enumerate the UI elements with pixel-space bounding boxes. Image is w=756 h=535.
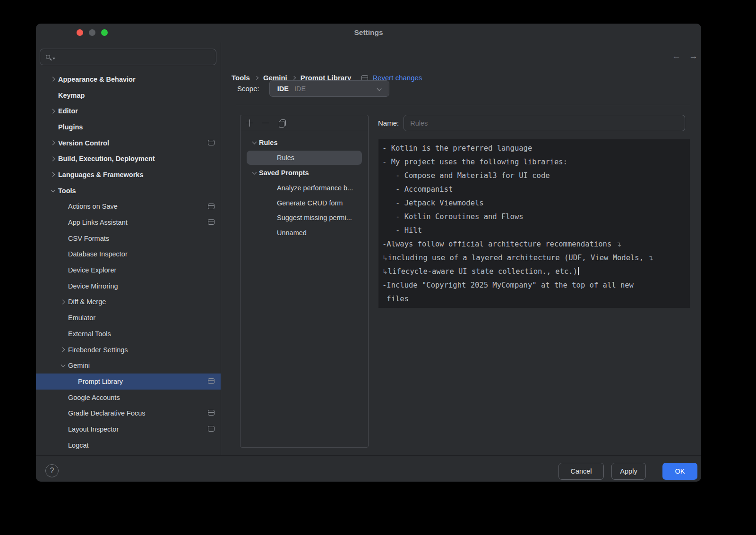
- sidebar-item-label: Google Accounts: [68, 394, 120, 401]
- soft-wrap-end-icon: ↴: [616, 240, 622, 248]
- sidebar-item-gemini[interactable]: Gemini: [36, 357, 221, 374]
- sidebar-item-languages-frameworks[interactable]: Languages & Frameworks: [36, 167, 221, 183]
- window-icon: [208, 140, 215, 145]
- sidebar-item-label: Gradle Declarative Focus: [68, 409, 146, 417]
- chevron-right-icon[interactable]: [50, 172, 55, 177]
- prompt-tree-group-rules[interactable]: Rules: [241, 135, 368, 150]
- prompt-tree-item-suggest-missing-permi[interactable]: Suggest missing permi...: [241, 210, 368, 225]
- sidebar-item-label: Editor: [58, 107, 78, 115]
- sidebar-item-app-links-assistant[interactable]: App Links Assistant: [36, 214, 221, 230]
- chevron-right-icon[interactable]: [60, 300, 65, 305]
- sidebar-item-external-tools[interactable]: External Tools: [36, 326, 221, 342]
- sidebar-item-logcat[interactable]: Logcat: [36, 437, 221, 453]
- chevron-right-icon[interactable]: [50, 77, 55, 82]
- back-arrow[interactable]: ←: [672, 51, 681, 61]
- sidebar-item-label: Logcat: [68, 442, 89, 449]
- scope-row: Scope: IDE IDE: [237, 80, 389, 97]
- sidebar-item-device-mirroring[interactable]: Device Mirroring: [36, 278, 221, 294]
- screen-background: Settings Appearance & BehaviorKeymapEdit…: [0, 0, 756, 535]
- cancel-button[interactable]: Cancel: [558, 463, 604, 480]
- sidebar-item-label: External Tools: [68, 330, 111, 338]
- sidebar-item-plugins[interactable]: Plugins: [36, 119, 221, 135]
- window-icon: [208, 426, 215, 432]
- prompt-tree-item-rules[interactable]: Rules: [241, 150, 368, 165]
- window-icon: [208, 410, 215, 416]
- chevron-down-icon[interactable]: [252, 170, 257, 174]
- sidebar-item-actions-on-save[interactable]: Actions on Save: [36, 199, 221, 215]
- sidebar-item-label: Plugins: [58, 123, 83, 131]
- sidebar-item-label: Firebender Settings: [68, 346, 128, 354]
- sidebar-item-keymap[interactable]: Keymap: [36, 87, 221, 103]
- editor-line-text: - Kotlin is the preferred language: [382, 144, 532, 153]
- sidebar-item-editor[interactable]: Editor: [36, 103, 221, 119]
- breadcrumb-separator-icon: [292, 76, 296, 79]
- name-input[interactable]: Rules: [404, 115, 685, 131]
- sidebar-item-csv-formats[interactable]: CSV Formats: [36, 230, 221, 246]
- sidebar-item-label: Languages & Frameworks: [58, 171, 144, 178]
- chevron-right-icon[interactable]: [50, 156, 55, 161]
- window-icon: [208, 378, 215, 384]
- ok-button[interactable]: OK: [662, 463, 697, 480]
- sidebar-item-google-accounts[interactable]: Google Accounts: [36, 390, 221, 406]
- search-options-caret-icon: [52, 58, 55, 59]
- sidebar-item-gradle-declarative-focus[interactable]: Gradle Declarative Focus: [36, 405, 221, 421]
- apply-button[interactable]: Apply: [611, 463, 646, 480]
- editor-line: -Include "Copyright 2025 MyCompany" at t…: [382, 279, 686, 292]
- sidebar-item-version-control[interactable]: Version Control: [36, 135, 221, 151]
- editor-line: -Always follow official architecture rec…: [382, 238, 686, 251]
- prompt-tree-item-generate-crud-form[interactable]: Generate CRUD form: [241, 195, 368, 211]
- chevron-down-icon[interactable]: [60, 363, 65, 367]
- editor-line: - Accompanist: [382, 183, 686, 196]
- breadcrumb-separator-icon: [255, 76, 258, 79]
- search-input[interactable]: [40, 49, 216, 65]
- prompt-tree-item-unnamed[interactable]: Unnamed: [241, 225, 368, 240]
- sidebar-item-diff-merge[interactable]: Diff & Merge: [36, 294, 221, 310]
- editor-line-text: - Kotlin Coroutines and Flows: [382, 212, 524, 221]
- duplicate-prompt-button[interactable]: [278, 119, 286, 127]
- sidebar-item-firebender-settings[interactable]: Firebender Settings: [36, 342, 221, 358]
- sidebar-nav: Appearance & BehaviorKeymapEditorPlugins…: [36, 71, 221, 453]
- sidebar-item-tools[interactable]: Tools: [36, 183, 221, 199]
- editor-line: - Compose and Material3 for UI code: [382, 169, 686, 183]
- sidebar-item-database-inspector[interactable]: Database Inspector: [36, 246, 221, 263]
- add-prompt-button[interactable]: [246, 119, 253, 127]
- scope-select[interactable]: IDE IDE: [269, 80, 389, 97]
- remove-prompt-button[interactable]: [262, 119, 269, 127]
- chevron-right-icon[interactable]: [60, 348, 65, 352]
- prompt-tree-item-analyze-performance-b[interactable]: Analyze performance b...: [241, 180, 368, 195]
- chevron-right-icon[interactable]: [50, 141, 55, 145]
- prompt-tree-label: Analyze performance b...: [277, 184, 353, 192]
- sidebar-item-build-execution-deployment[interactable]: Build, Execution, Deployment: [36, 151, 221, 167]
- sidebar-item-label: Tools: [58, 187, 76, 195]
- sidebar-item-label: Diff & Merge: [68, 298, 106, 306]
- editor-line: - Jetpack Viewmodels: [382, 196, 686, 210]
- prompt-tree: RulesRulesSaved PromptsAnalyze performan…: [241, 135, 368, 240]
- forward-arrow[interactable]: →: [689, 51, 698, 61]
- sidebar-item-layout-inspector[interactable]: Layout Inspector: [36, 421, 221, 437]
- name-label: Name:: [378, 119, 399, 127]
- prompt-tree-group-saved-prompts[interactable]: Saved Prompts: [241, 165, 368, 180]
- scope-label: Scope:: [237, 85, 259, 93]
- sidebar-item-label: Database Inspector: [68, 250, 128, 258]
- sidebar-item-emulator[interactable]: Emulator: [36, 310, 221, 326]
- editor-line: files: [382, 292, 686, 306]
- scope-hint-value: IDE: [294, 85, 306, 93]
- editor-line: - Hilt: [382, 224, 686, 238]
- sidebar-item-appearance-behavior[interactable]: Appearance & Behavior: [36, 71, 221, 87]
- title-bar: Settings: [36, 24, 701, 42]
- sidebar-item-label: Emulator: [68, 314, 95, 322]
- window-icon: [208, 219, 215, 225]
- sidebar-item-prompt-library[interactable]: Prompt Library: [36, 374, 221, 390]
- footer-divider: [36, 455, 701, 456]
- help-button[interactable]: ?: [45, 464, 59, 477]
- chevron-down-icon[interactable]: [51, 187, 55, 192]
- sidebar-item-device-explorer[interactable]: Device Explorer: [36, 262, 221, 278]
- sidebar-item-label: Appearance & Behavior: [58, 76, 136, 83]
- chevron-right-icon[interactable]: [50, 109, 55, 113]
- name-input-value: Rules: [410, 119, 428, 127]
- search-icon: [46, 55, 50, 59]
- chevron-down-icon[interactable]: [252, 139, 257, 144]
- prompt-editor[interactable]: - Kotlin is the preferred language- My p…: [378, 139, 690, 308]
- sidebar-item-label: Layout Inspector: [68, 425, 119, 433]
- window-icon: [361, 75, 368, 81]
